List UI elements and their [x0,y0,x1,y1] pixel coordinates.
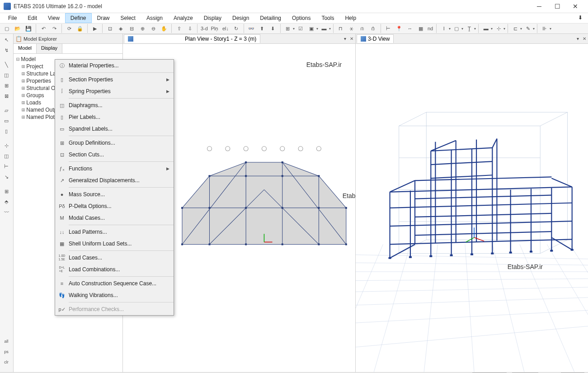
select-obj-icon[interactable]: ▣ [306,24,316,33]
set-view-icon[interactable]: ⊞ [283,24,293,33]
menu-options[interactable]: Options [287,13,316,23]
minimize-button[interactable]: ─ [530,0,548,13]
load-icon[interactable]: ⫙ [358,24,367,33]
menu-item[interactable]: MModal Cases... [55,212,174,224]
plan-icon[interactable]: Plṇ [210,24,220,33]
menu-item[interactable]: ◫Diaphragms... [55,99,174,111]
zoom-rubber-icon[interactable]: ⊡ [105,24,115,33]
menu-item[interactable]: ƒₓFunctions▶ [55,163,174,175]
zoom-out-icon[interactable]: ⊖ [148,24,158,33]
rotate-icon[interactable]: ↻ [231,24,241,33]
menu-item[interactable]: ⓘMaterial Properties... [55,60,174,71]
slab-icon[interactable]: ▬ [481,24,491,33]
menu-item[interactable]: 1.0D 1.5ELoad Cases... [55,252,174,264]
new-icon[interactable]: ▢ [2,24,12,33]
rect-section-icon[interactable]: ▢ [452,24,461,33]
menu-item[interactable]: ≡Auto Construction Sequence Case... [55,278,174,289]
close-button[interactable]: ✕ [566,0,584,13]
undo-icon[interactable]: ↶ [38,24,48,33]
measure-icon[interactable]: ⊢ [383,24,393,33]
menu-select[interactable]: Select [115,13,141,23]
menu-item[interactable]: D+L +ELoad Combinations... [55,264,174,275]
check-icon[interactable]: ☑ [296,24,306,33]
menu-help[interactable]: Help [339,13,362,23]
results-icon[interactable]: ⫛ [368,24,378,33]
menu-view[interactable]: View [42,13,65,23]
menu-item[interactable]: ⊡Section Cuts... [55,149,174,161]
explorer-tab-display[interactable]: Display [37,44,62,53]
joint-icon[interactable]: ⚹ [347,24,357,33]
menu-assign[interactable]: Assign [141,13,168,23]
align-icon[interactable]: ⊪ [540,24,550,33]
paint-icon[interactable]: ✎ [523,24,533,33]
snap-grid-icon[interactable]: ⊞ [1,186,12,196]
elev-icon[interactable]: el↓ [221,24,230,33]
reshape-icon[interactable]: ↯ [1,45,12,55]
draw-dimension-icon[interactable]: ⊢ [1,161,12,171]
menu-item[interactable]: ●Mass Source... [55,189,174,200]
menu-design[interactable]: Design [227,13,254,23]
ps-icon[interactable]: ps [1,347,12,357]
run-icon[interactable]: ▶ [90,24,100,33]
pin-icon[interactable]: 📍 [394,24,404,33]
menu-item[interactable]: ↓↓Load Patterns... [55,226,174,238]
menu-item[interactable]: ▯Section Properties▶ [55,74,174,85]
up-arrow-icon[interactable]: ⇧ [174,24,184,33]
menu-item[interactable]: ▦Shell Uniform Load Sets... [55,238,174,250]
clr-icon[interactable]: clr [1,357,12,367]
frame-icon[interactable]: ⊓ [336,24,346,33]
download-icon[interactable]: ⬇ [578,14,585,22]
menu-detailing[interactable]: Detailing [254,13,287,23]
zoom-in-icon[interactable]: ⊕ [137,24,147,33]
plan-close-button[interactable]: ✕ [348,36,355,41]
draw-beam-icon[interactable]: ◫ [1,70,12,80]
explorer-tab-model[interactable]: Model [14,44,37,53]
menu-edit[interactable]: Edit [22,13,42,23]
menu-display[interactable]: Display [198,13,227,23]
draw-joint-icon[interactable]: ⊹ [1,141,12,151]
lock-icon[interactable]: 🔒 [75,24,85,33]
redo-icon[interactable]: ↷ [49,24,59,33]
down-arrow-icon[interactable]: ⇩ [185,24,195,33]
menu-item[interactable]: ↗Generalized Displacements... [55,175,174,186]
menu-item[interactable]: ⸾Spring Properties▶ [55,85,174,97]
menu-file[interactable]: File [3,13,22,23]
menu-item[interactable]: 👣Walking Vibrations... [55,289,174,301]
menu-item[interactable]: PδP-Delta Options... [55,200,174,212]
nd-button[interactable]: nd [427,26,434,31]
menu-draw[interactable]: Draw [92,13,115,23]
plan-view-tab[interactable]: Plan View - Story1 - Z = 3 (m) [124,34,260,43]
joint-assign-icon[interactable]: ⊹ [494,24,503,33]
3d-dropdown-button[interactable]: ▾ [575,36,581,41]
menu-analyze[interactable]: Analyze [168,13,198,23]
snap-mid-icon[interactable]: 〰 [1,207,12,217]
menu-item[interactable]: ▯Pier Labels... [55,111,174,123]
draw-grid-icon[interactable]: ↘ [1,172,12,182]
draw-link-icon[interactable]: ◫ [1,151,12,161]
all-icon[interactable]: all [1,336,12,346]
open-icon[interactable]: 📂 [13,24,23,33]
draw-column-icon[interactable]: ⊞ [1,80,12,90]
perspective-icon[interactable]: 👓 [246,24,256,33]
i-section-icon[interactable]: I [439,24,449,33]
object-down-icon[interactable]: ⬇ [268,24,278,33]
pointer-icon[interactable]: ↖ [1,35,12,45]
zoom-prev-icon[interactable]: ⊟ [127,24,136,33]
menu-item[interactable]: ▭Spandrel Labels... [55,123,174,135]
move-icon[interactable]: ↔ [405,24,415,33]
draw-floor-icon[interactable]: ▱ [1,105,12,115]
menu-tools[interactable]: Tools [316,13,339,23]
zoom-full-icon[interactable]: ◈ [116,24,126,33]
3d-close-button[interactable]: ✕ [581,36,588,41]
maximize-button[interactable]: ☐ [548,0,566,13]
refresh-icon[interactable]: ⟳ [64,24,74,33]
t-section-icon[interactable]: Ṯ [464,24,474,33]
menu-define[interactable]: Define [65,13,92,23]
draw-wall-icon[interactable]: ▯ [1,126,12,136]
wall-icon[interactable]: ▦ [416,24,426,33]
plan-dropdown-button[interactable]: ▾ [342,36,348,41]
copy-props-icon[interactable]: ⊏ [510,24,520,33]
pan-icon[interactable]: ✋ [159,24,169,33]
snap-ends-icon[interactable]: ⬘ [1,197,12,207]
menu-item[interactable]: ⊞Group Definitions... [55,137,174,149]
